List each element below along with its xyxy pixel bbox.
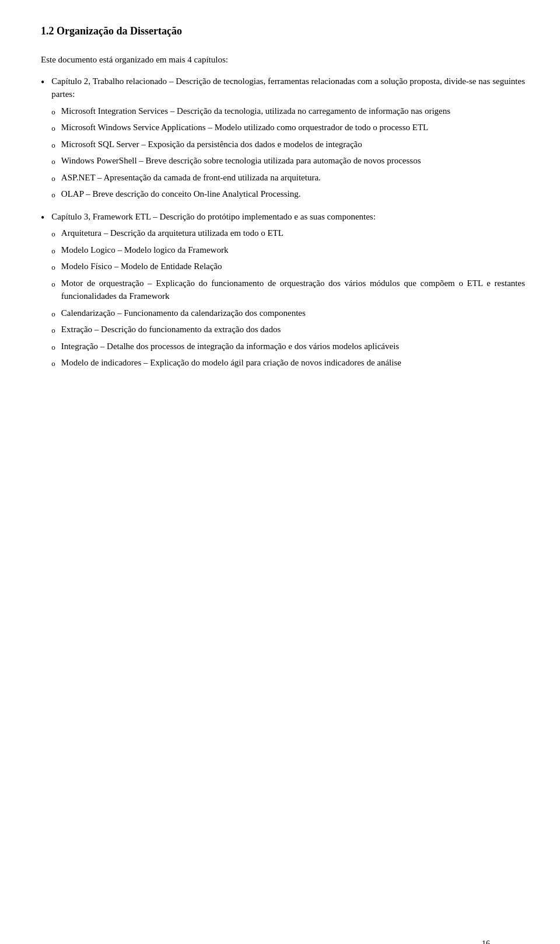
sub-bullet-icon: o (51, 189, 55, 201)
sub-bullet-icon: o (51, 358, 55, 370)
sub-list: o Microsoft Integration Services – Descr… (51, 104, 525, 201)
list-item: o Microsoft SQL Server – Exposição da pe… (51, 138, 525, 151)
list-item: o Extração – Descrição do funcionamento … (51, 323, 525, 336)
section-title: 1.2 Organização da Dissertação (41, 23, 525, 39)
bullet-icon: • (41, 210, 44, 226)
page-number: 16 (482, 938, 490, 944)
list-item: • Capítulo 2, Trabalho relacionado – Des… (41, 75, 525, 204)
sub-item-text: Microsoft SQL Server – Exposição da pers… (61, 138, 525, 151)
sub-item-text: Modelo Físico – Modelo de Entidade Relaç… (61, 260, 525, 273)
list-item: o Microsoft Windows Service Applications… (51, 121, 525, 134)
sub-item-text: Microsoft Integration Services – Descriç… (61, 104, 525, 118)
sub-bullet-icon: o (51, 245, 55, 257)
sub-item-text: OLAP – Breve descrição do conceito On-li… (61, 187, 525, 201)
list-item: o Calendarização – Funcionamento da cale… (51, 306, 525, 320)
sub-item-text: Modelo de indicadores – Explicação do mo… (61, 356, 525, 370)
chapters-list: • Capítulo 2, Trabalho relacionado – Des… (41, 75, 525, 373)
sub-bullet-icon: o (51, 308, 55, 320)
sub-bullet-icon: o (51, 325, 55, 336)
list-item: o Microsoft Integration Services – Descr… (51, 104, 525, 118)
sub-item-text: Motor de orquestração – Explicação do fu… (61, 277, 525, 303)
sub-bullet-icon: o (51, 228, 55, 240)
sub-item-text: Microsoft Windows Service Applications –… (61, 121, 525, 134)
chapter-text: Capítulo 3, Framework ETL – Descrição do… (51, 212, 376, 221)
list-item: o Modelo Físico – Modelo de Entidade Rel… (51, 260, 525, 273)
chapter-item-text: Capítulo 3, Framework ETL – Descrição do… (51, 210, 525, 373)
sub-list: o Arquitetura – Descrição da arquitetura… (51, 227, 525, 370)
sub-item-text: ASP.NET – Apresentação da camada de fron… (61, 171, 525, 184)
list-item: o Arquitetura – Descrição da arquitetura… (51, 227, 525, 240)
chapter-item-text: Capítulo 2, Trabalho relacionado – Descr… (51, 75, 525, 204)
sub-bullet-icon: o (51, 140, 55, 151)
list-item: o Windows PowerShell – Breve descrição s… (51, 154, 525, 168)
list-item: o ASP.NET – Apresentação da camada de fr… (51, 171, 525, 184)
sub-item-text: Calendarização – Funcionamento da calend… (61, 306, 525, 320)
list-item: o Modelo de indicadores – Explicação do … (51, 356, 525, 370)
sub-bullet-icon: o (51, 106, 55, 118)
list-item: o Integração – Detalhe dos processos de … (51, 340, 525, 353)
intro-paragraph: Este documento está organizado em mais 4… (41, 53, 525, 67)
sub-item-text: Extração – Descrição do funcionamento da… (61, 323, 525, 336)
sub-bullet-icon: o (51, 278, 55, 290)
sub-item-text: Arquitetura – Descrição da arquitetura u… (61, 227, 525, 240)
list-item: o OLAP – Breve descrição do conceito On-… (51, 187, 525, 201)
sub-item-text: Modelo Logico – Modelo logico da Framewo… (61, 243, 525, 257)
sub-bullet-icon: o (51, 173, 55, 184)
list-item: • Capítulo 3, Framework ETL – Descrição … (41, 210, 525, 373)
bullet-icon: • (41, 75, 44, 90)
sub-bullet-icon: o (51, 262, 55, 273)
sub-bullet-icon: o (51, 156, 55, 168)
list-item: o Motor de orquestração – Explicação do … (51, 277, 525, 303)
sub-bullet-icon: o (51, 123, 55, 134)
sub-item-text: Windows PowerShell – Breve descrição sob… (61, 154, 525, 168)
list-item: o Modelo Logico – Modelo logico da Frame… (51, 243, 525, 257)
sub-item-text: Integração – Detalhe dos processos de in… (61, 340, 525, 353)
chapter-text: Capítulo 2, Trabalho relacionado – Descr… (51, 76, 525, 99)
sub-bullet-icon: o (51, 342, 55, 353)
